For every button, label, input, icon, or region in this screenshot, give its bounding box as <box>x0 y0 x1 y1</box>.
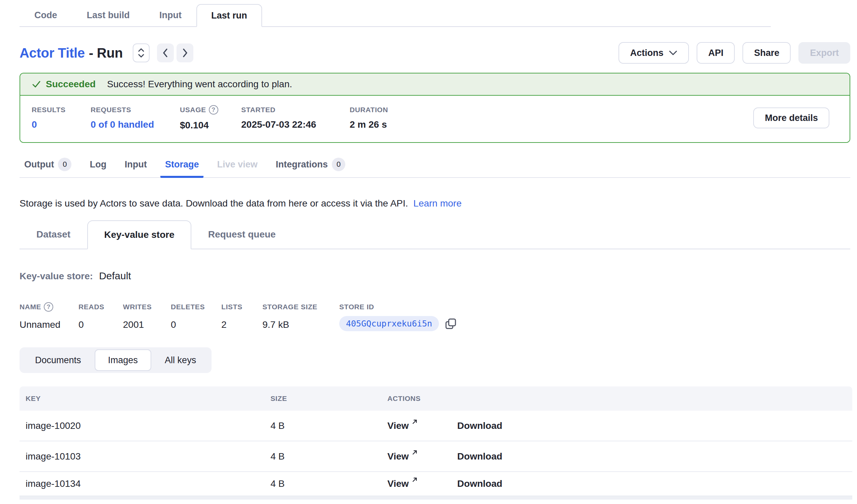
stat-duration-label: DURATION <box>350 106 451 114</box>
page-title: Actor Title- Run <box>19 46 123 61</box>
tab-dataset[interactable]: Dataset <box>19 220 87 249</box>
stat-results-label: RESULTS <box>32 106 90 114</box>
stat-requests-label: REQUESTS <box>90 106 180 114</box>
tab-key-value-store[interactable]: Key-value store <box>87 220 191 249</box>
tab-last-run[interactable]: Last run <box>197 4 262 27</box>
column-size: SIZE <box>270 394 387 403</box>
run-status-card: Succeeded Success! Everything went accor… <box>19 73 850 143</box>
tab-request-queue[interactable]: Request queue <box>191 220 293 249</box>
kv-stat-storage-size: STORAGE SIZE 9.7 kB <box>263 302 339 331</box>
filter-documents[interactable]: Documents <box>21 349 95 371</box>
chevron-left-icon <box>162 48 169 58</box>
tab-integrations-label: Integrations <box>276 159 328 170</box>
check-icon <box>32 80 41 89</box>
export-button: Export <box>799 42 850 64</box>
tab-input[interactable]: Input <box>145 4 197 26</box>
stat-requests: REQUESTS 0 of 0 handled <box>90 106 180 130</box>
kv-store-name: Default <box>99 270 131 282</box>
download-link[interactable]: Download <box>457 478 502 489</box>
stat-usage: USAGE? $0.104 <box>180 105 241 131</box>
api-button[interactable]: API <box>696 42 735 64</box>
row-key: image-10103 <box>19 451 270 462</box>
table-row: image-10134 4 B View Download <box>19 472 852 496</box>
kv-writes-label: WRITES <box>123 302 171 312</box>
previous-run-button[interactable] <box>157 44 174 62</box>
up-down-chevrons-icon <box>137 48 146 58</box>
external-link-icon <box>411 476 418 483</box>
help-icon[interactable]: ? <box>44 302 53 312</box>
row-key: image-10020 <box>19 420 270 431</box>
title-row: Actor Title- Run Act <box>19 42 850 64</box>
kv-writes-value: 2001 <box>123 319 171 330</box>
learn-more-link[interactable]: Learn more <box>413 198 461 208</box>
chevron-down-icon <box>669 50 677 55</box>
kv-storage-size-value: 9.7 kB <box>263 319 339 330</box>
table-row: image-10103 4 B View Download <box>19 441 852 472</box>
kv-deletes-label: DELETES <box>171 302 221 312</box>
view-link[interactable]: View <box>387 478 418 489</box>
kv-stats-row: NAME? Unnamed READS 0 WRITES 2001 DELETE… <box>19 302 850 331</box>
kv-stat-name: NAME? Unnamed <box>19 302 79 331</box>
status-badge: Succeeded <box>46 79 96 90</box>
actor-title-link[interactable]: Actor Title <box>19 46 85 60</box>
row-size: 4 B <box>270 420 387 431</box>
row-size: 4 B <box>270 451 387 462</box>
column-actions: ACTIONS <box>387 394 421 403</box>
actions-button[interactable]: Actions <box>619 42 689 64</box>
stat-duration-value: 2 m 26 s <box>350 119 451 130</box>
key-filter-segmented-control: Documents Images All keys <box>19 347 212 373</box>
tab-integrations[interactable]: Integrations 0 <box>271 153 350 178</box>
tab-log[interactable]: Log <box>85 153 111 178</box>
kv-stat-reads: READS 0 <box>79 302 123 331</box>
kv-lists-value: 2 <box>221 319 263 330</box>
stat-started-value: 2025-07-03 22:46 <box>241 119 350 130</box>
help-icon[interactable]: ? <box>209 105 218 115</box>
kv-reads-value: 0 <box>79 319 123 330</box>
copy-icon[interactable] <box>445 318 456 330</box>
kv-store-label: Key-value store: <box>19 271 93 282</box>
stat-usage-value: $0.104 <box>180 120 241 131</box>
tab-last-build[interactable]: Last build <box>72 4 145 26</box>
kv-stat-lists: LISTS 2 <box>221 302 263 331</box>
view-link[interactable]: View <box>387 420 418 431</box>
stat-usage-label: USAGE? <box>180 105 241 115</box>
store-id-value[interactable]: 405GQcuprxeku6i5n <box>339 316 439 331</box>
filter-all-keys[interactable]: All keys <box>151 349 209 371</box>
filter-images[interactable]: Images <box>95 349 152 371</box>
storage-tab-bar: Dataset Key-value store Request queue <box>19 220 850 249</box>
share-button[interactable]: Share <box>742 42 791 64</box>
stat-duration: DURATION 2 m 26 s <box>350 106 451 130</box>
external-link-icon <box>411 449 418 456</box>
tab-output-label: Output <box>24 159 54 170</box>
view-link[interactable]: View <box>387 451 418 462</box>
run-suffix: - Run <box>89 46 123 60</box>
kv-stat-deletes: DELETES 0 <box>171 302 221 331</box>
view-link-label: View <box>387 478 409 489</box>
run-selector-button[interactable] <box>133 44 150 62</box>
status-banner: Succeeded Success! Everything went accor… <box>20 73 850 96</box>
tab-storage[interactable]: Storage <box>161 153 204 178</box>
actions-button-label: Actions <box>630 48 663 58</box>
actor-run-page: Code Last build Input Last run Actor Tit… <box>0 0 857 500</box>
integrations-count-badge: 0 <box>332 158 345 171</box>
external-link-icon <box>411 418 418 425</box>
kv-stat-writes: WRITES 2001 <box>123 302 171 331</box>
kv-name-value: Unnamed <box>19 319 79 330</box>
view-link-label: View <box>387 420 409 431</box>
next-run-button[interactable] <box>177 44 194 62</box>
download-link[interactable]: Download <box>457 420 502 431</box>
usage-label-text: USAGE <box>180 106 206 114</box>
kv-reads-label: READS <box>79 302 123 312</box>
kv-name-label-text: NAME <box>19 303 41 311</box>
tab-code[interactable]: Code <box>19 4 72 26</box>
output-count-badge: 0 <box>58 158 71 171</box>
clipped-next-row <box>19 496 852 500</box>
run-tab-bar: Output 0 Log Input Storage Live view Int… <box>19 153 850 178</box>
stat-requests-value[interactable]: 0 of 0 handled <box>90 119 180 130</box>
storage-description-text: Storage is used by Actors to save data. … <box>19 198 408 208</box>
download-link[interactable]: Download <box>457 451 502 462</box>
tab-output[interactable]: Output 0 <box>19 153 76 178</box>
more-details-button[interactable]: More details <box>753 107 829 128</box>
stat-results-value[interactable]: 0 <box>32 119 90 130</box>
tab-run-input[interactable]: Input <box>120 153 152 178</box>
